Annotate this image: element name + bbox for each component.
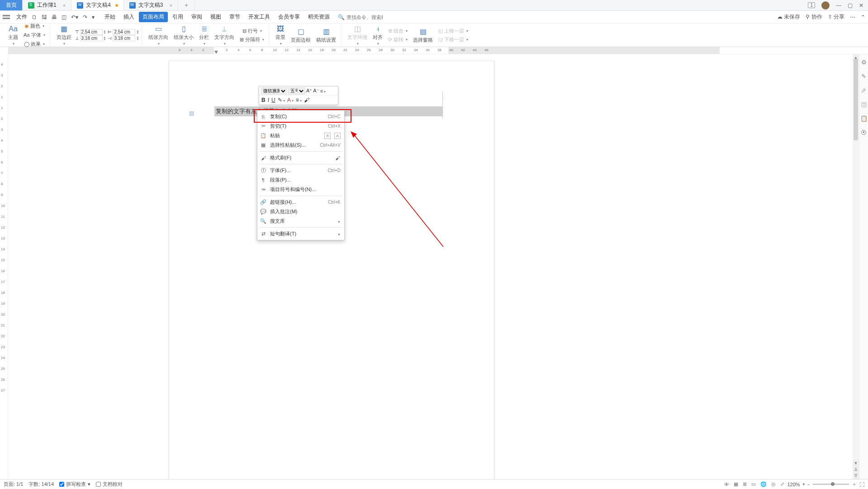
page-up-icon[interactable]: ᐃ [853, 466, 859, 473]
menu-vip[interactable]: 会员专享 [275, 12, 304, 22]
avatar[interactable] [821, 1, 830, 10]
tab-doc3[interactable]: 文字文稿3 × [124, 0, 178, 10]
ctx-comment[interactable]: 💬插入批注(M) [257, 207, 344, 216]
ctx-search-lib[interactable]: 🔍搜文库▸ [257, 216, 344, 226]
horizontal-ruler[interactable]: 6422468101214161820222426283032343638404… [8, 47, 868, 54]
ctx-paragraph[interactable]: ¶段落(P)... [257, 175, 344, 185]
zoom-slider[interactable] [813, 484, 849, 485]
orientation-button[interactable]: ▭纸张方向 [147, 24, 170, 47]
paragraph-handle-icon[interactable]: ▤ [189, 110, 195, 116]
zoom-slider-handle[interactable] [831, 482, 835, 486]
margins-button[interactable]: ▦页边距 [55, 24, 73, 47]
zoom-value[interactable]: 120% [787, 482, 800, 487]
ctx-bullets[interactable]: ≔项目符号和编号(N)... [257, 185, 344, 194]
paper-settings-button[interactable]: ▥稿纸设置 [314, 26, 338, 44]
bold-icon[interactable]: B [261, 97, 266, 103]
grow-font-icon[interactable]: A⁺ [306, 88, 312, 94]
background-button[interactable]: 🖼背景 [274, 24, 287, 47]
italic-icon[interactable]: I [268, 97, 269, 103]
sidebar-select-icon[interactable]: ⬀ [861, 87, 866, 94]
spinner-icon[interactable]: ▲▼ [104, 36, 106, 41]
menu-file[interactable]: 文件 [13, 12, 31, 22]
status-spellcheck[interactable]: 拼写检查 ▾ [59, 481, 90, 488]
columns-button[interactable]: ≣分栏 [197, 24, 211, 47]
theme-button[interactable]: Aa主题 [6, 24, 20, 47]
tab-new[interactable]: ＋ [178, 0, 195, 10]
status-page[interactable]: 页面: 1/1 [4, 481, 23, 488]
qat-undo-icon[interactable]: ↶▾ [71, 14, 78, 20]
margin-right-input[interactable]: 3.18 cm [113, 35, 135, 41]
spinner-icon[interactable]: ▲▼ [104, 30, 106, 34]
menu-section[interactable]: 章节 [226, 12, 244, 22]
zoom-fit-icon[interactable]: ⤢ [780, 481, 784, 487]
tab-doc4[interactable]: 文字文稿4 [71, 0, 124, 10]
paper-size-button[interactable]: ▯纸张大小 [172, 24, 195, 47]
menu-review[interactable]: 审阅 [188, 12, 206, 22]
close-window-icon[interactable]: ✕ [859, 2, 863, 9]
proofread-checkbox[interactable] [96, 482, 101, 487]
ctx-paste-special[interactable]: ▦选择性粘贴(S)...Ctrl+Alt+V [257, 140, 344, 150]
qat-save-icon[interactable]: 🖫 [42, 14, 47, 20]
paste-text-icon[interactable]: A [334, 133, 341, 139]
selection-pane-button[interactable]: ▤选择窗格 [411, 26, 435, 44]
indent-marker-icon[interactable] [214, 51, 218, 54]
theme-color-button[interactable]: ◉颜色 [22, 22, 47, 30]
align-icon[interactable]: ≡ [296, 97, 302, 103]
vertical-ruler[interactable]: 4321123456789101112131415161718192021222… [0, 54, 8, 479]
notify-badge[interactable]: 1 [808, 2, 815, 8]
underline-icon[interactable]: U [271, 97, 275, 103]
ctx-font[interactable]: Ⓣ字体(F)...Ctrl+D [257, 166, 344, 175]
collapse-ribbon-icon[interactable]: ⌃ [861, 14, 865, 20]
spellcheck-checkbox[interactable] [59, 482, 64, 487]
tab-workbook1[interactable]: 工作簿1 × [23, 0, 71, 10]
qat-new-icon[interactable]: 🗋 [32, 14, 37, 20]
sidebar-clipboard-icon[interactable]: 📋 [860, 115, 868, 122]
ctx-hyperlink[interactable]: 🔗超链接(H)...Ctrl+K [257, 197, 344, 207]
unsaved-indicator[interactable]: ☁ 未保存 [777, 13, 800, 21]
font-color-icon[interactable]: A [287, 97, 294, 103]
qat-preview-icon[interactable]: ◫ [62, 14, 66, 20]
close-icon[interactable]: × [170, 3, 172, 8]
mini-size-select[interactable]: 五号 [288, 87, 305, 95]
sidebar-toolbox-icon[interactable]: ⚙ [861, 59, 867, 66]
menu-insert[interactable]: 插入 [120, 12, 138, 22]
hamburger-icon[interactable] [3, 15, 10, 19]
menu-page-layout[interactable]: 页面布局 [139, 12, 168, 22]
theme-font-button[interactable]: Aa 字体 [22, 31, 47, 39]
scroll-down-icon[interactable]: ▼ [853, 460, 859, 466]
align-button[interactable]: ⫞对齐 [371, 24, 384, 47]
zoom-in-icon[interactable]: ＋ [852, 481, 857, 488]
command-search-input[interactable] [346, 14, 383, 20]
line-spacing-icon[interactable]: ≡ [320, 88, 326, 94]
minimize-icon[interactable]: — [836, 2, 841, 9]
menu-docer[interactable]: 稻壳资源 [304, 12, 333, 22]
paste-option-icon[interactable]: ⎘ [324, 133, 331, 139]
margin-left-input[interactable]: 2.54 cm [113, 29, 135, 35]
close-icon[interactable]: × [63, 3, 66, 8]
share-button[interactable]: ⇪ 分享 [828, 13, 844, 21]
vertical-scrollbar[interactable]: ▲ ▼ ᐃ ᐁ [853, 54, 859, 479]
view-focus-icon[interactable]: ◎ [771, 481, 776, 487]
ctx-cut[interactable]: ✂剪切(T)Ctrl+X [257, 121, 344, 131]
zoom-out-icon[interactable]: − [807, 482, 810, 487]
qat-dropdown-icon[interactable]: ▾ [92, 14, 95, 20]
ctx-translate[interactable]: ⇄短句翻译(T)▸ [257, 229, 344, 239]
format-painter-icon[interactable]: 🖌 [304, 97, 309, 103]
menu-devtools[interactable]: 开发工具 [245, 12, 274, 22]
sidebar-pin-icon[interactable]: ⦿ [861, 129, 867, 136]
ctx-paste[interactable]: 📋粘贴⎘A [257, 131, 344, 140]
mini-font-select[interactable]: 微软雅黑 [261, 87, 287, 95]
page-border-button[interactable]: ▢页面边框 [289, 26, 313, 44]
sidebar-shapes-icon[interactable]: ◫ [861, 101, 867, 108]
highlight-icon[interactable]: ✎ [278, 97, 285, 103]
menu-start[interactable]: 开始 [101, 12, 119, 22]
spinner-icon[interactable]: ▲▼ [136, 30, 139, 34]
view-eye-icon[interactable]: 👁 [724, 482, 729, 487]
qat-print-icon[interactable]: 🖶 [52, 14, 57, 20]
ctx-copy[interactable]: ⎘复制(C)Ctrl+C [257, 112, 344, 121]
fullscreen-icon[interactable]: ⛶ [859, 482, 864, 487]
command-search[interactable]: 🔍 [338, 14, 383, 20]
collab-button[interactable]: ⚲ 协作 [806, 13, 822, 21]
menu-view[interactable]: 视图 [207, 12, 225, 22]
scroll-thumb[interactable] [854, 59, 858, 140]
